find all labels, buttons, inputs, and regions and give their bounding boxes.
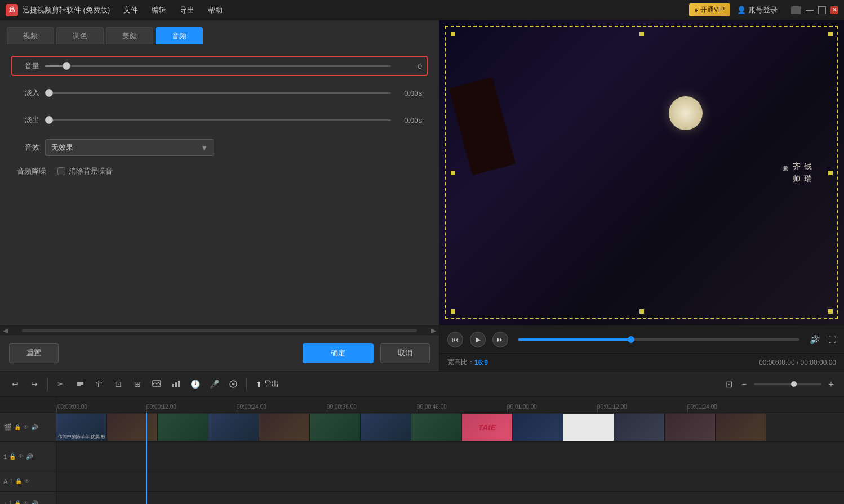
- crop-button[interactable]: ⊡: [110, 376, 127, 393]
- audio-track-vol-icon[interactable]: 🔊: [31, 500, 38, 504]
- video-thumb-12: [614, 414, 665, 441]
- audio-mix-button[interactable]: [225, 376, 242, 393]
- playback-fill: [518, 338, 631, 341]
- scrollbar-right-arrow[interactable]: ▶: [428, 327, 439, 334]
- toolbar-right: ⊡ － ＋: [722, 378, 837, 390]
- volume-icon[interactable]: 🔊: [810, 335, 819, 344]
- zoom-out-button[interactable]: －: [738, 378, 750, 390]
- time-current: 00:00:00.00: [759, 359, 794, 367]
- fit-icon[interactable]: ⛶: [828, 335, 836, 344]
- subtitle-track-eye-icon[interactable]: 👁: [18, 453, 24, 460]
- menu-help[interactable]: 帮助: [206, 4, 225, 16]
- panel-buttons: 重置 确定 取消: [0, 334, 439, 371]
- aspect-ratio-value: 16:9: [474, 359, 488, 367]
- text-track-lock-icon[interactable]: 🔒: [15, 478, 22, 484]
- confirm-button[interactable]: 确定: [303, 343, 374, 363]
- next-button[interactable]: ⏭: [492, 332, 508, 347]
- subtitle-track-lock-icon[interactable]: 🔒: [9, 453, 16, 460]
- zoom-slider[interactable]: [754, 383, 821, 385]
- login-button[interactable]: 👤 账号登录: [737, 5, 778, 15]
- copy-button[interactable]: ⊞: [129, 376, 146, 393]
- time-display: 00:00:00.00 / 00:00:00.00: [759, 359, 836, 367]
- credit-name1: 齐: [793, 162, 801, 172]
- ruler-line-0: [56, 408, 57, 412]
- volume-value: 0: [397, 62, 422, 70]
- dropdown-arrow-icon: ▼: [201, 144, 208, 152]
- effect-value: 无效果: [51, 142, 73, 153]
- effect-dropdown[interactable]: 无效果 ▼: [45, 139, 214, 156]
- vip-label: 开通VIP: [700, 5, 725, 15]
- clock-button[interactable]: 🕐: [186, 376, 203, 393]
- track-label-text: A 1 🔒 👁: [0, 471, 56, 492]
- toolbar-divider-1: [47, 378, 48, 390]
- panel-tabs: 视频 调色 美颜 音频: [0, 20, 439, 44]
- video-track-lock-icon[interactable]: 🔒: [14, 424, 21, 430]
- titlebar: 迅 迅捷视频剪辑软件 (免费版) 文件 编辑 导出 帮助 ♦ 开通VIP 👤 账…: [0, 0, 844, 20]
- video-track-eye-icon[interactable]: 👁: [23, 424, 29, 430]
- redo-button[interactable]: ↪: [26, 376, 43, 393]
- tab-beauty[interactable]: 美颜: [106, 27, 153, 44]
- video-thumb-13: [665, 414, 716, 441]
- fadein-slider[interactable]: [45, 87, 391, 99]
- zoom-fit-button[interactable]: ⊡: [722, 378, 735, 390]
- panel-content: 音量 0 淡入 0.00s: [0, 44, 439, 325]
- ruler-line-3: [327, 408, 327, 412]
- menu-file[interactable]: 文件: [121, 4, 140, 16]
- zoom-thumb[interactable]: [791, 381, 797, 387]
- vip-icon: ♦: [695, 6, 698, 14]
- ruler-corner: [0, 397, 56, 413]
- thumbnail-button[interactable]: [148, 376, 165, 393]
- video-thumb-4: [208, 414, 259, 441]
- video-track-vol-icon[interactable]: 🔊: [31, 424, 38, 430]
- minimize-button[interactable]: [806, 10, 814, 11]
- subtitle-track-vol-icon[interactable]: 🔊: [26, 453, 33, 460]
- tab-video[interactable]: 视频: [7, 27, 54, 44]
- timeline-content: 00:00:00.00 00:00:12.00 00:00:24.00 00:0…: [56, 397, 844, 504]
- zoom-in-button[interactable]: ＋: [825, 378, 837, 390]
- menu-export[interactable]: 导出: [177, 4, 197, 16]
- timeline-ruler: 00:00:00.00 00:00:12.00 00:00:24.00 00:0…: [56, 397, 844, 413]
- delete-button[interactable]: 🗑: [91, 376, 108, 393]
- menu-edit[interactable]: 编辑: [149, 4, 168, 16]
- maximize-button[interactable]: [818, 6, 826, 14]
- ruler-line-2: [237, 408, 237, 412]
- video-strip[interactable]: 传闻中的陈芊芊 优美 标清800p.mp4 TAtE: [56, 414, 844, 441]
- export-button[interactable]: ⬆ 导出: [251, 377, 283, 391]
- aspect-ratio-label: 宽高比：: [447, 358, 474, 367]
- mic-button[interactable]: 🎤: [206, 376, 223, 393]
- playback-slider[interactable]: [518, 338, 799, 341]
- scrollbar-track[interactable]: [22, 329, 417, 332]
- playhead[interactable]: [146, 413, 147, 504]
- scrollbar-left-arrow[interactable]: ◀: [0, 327, 11, 334]
- noise-checkbox-label: 消除背景噪音: [69, 166, 113, 176]
- cancel-button[interactable]: 取消: [380, 343, 430, 363]
- noise-checkbox[interactable]: 消除背景噪音: [57, 166, 113, 176]
- play-button[interactable]: ▶: [470, 332, 486, 347]
- audio-detach-button[interactable]: [72, 376, 88, 393]
- vip-button[interactable]: ♦ 开通VIP: [689, 3, 730, 16]
- chart-button[interactable]: [167, 376, 184, 393]
- undo-button[interactable]: ↩: [7, 376, 24, 393]
- ruler-label-3: 00:00:36.00: [327, 404, 357, 410]
- effect-row: 音效 无效果 ▼: [11, 139, 428, 156]
- track-label-subtitle: 1 🔒 👁 🔊: [0, 442, 56, 471]
- split-button[interactable]: ✂: [52, 376, 69, 393]
- tab-audio[interactable]: 音频: [156, 27, 203, 44]
- reset-button[interactable]: 重置: [9, 343, 59, 363]
- ruler-line-1: [146, 408, 147, 412]
- close-button[interactable]: ✕: [830, 6, 838, 14]
- audio-track-eye-icon[interactable]: 👁: [23, 500, 29, 504]
- text-track-eye-icon[interactable]: 👁: [24, 478, 30, 484]
- window-menu-button[interactable]: [791, 6, 801, 14]
- audio-track-lock-icon[interactable]: 🔒: [14, 500, 21, 504]
- prev-button[interactable]: ⏮: [447, 332, 463, 347]
- time-separator: /: [797, 359, 801, 367]
- fadeout-slider[interactable]: [45, 114, 391, 126]
- playback-thumb[interactable]: [628, 336, 634, 343]
- time-total: 00:00:00.00: [801, 359, 836, 367]
- tab-color[interactable]: 调色: [56, 27, 104, 44]
- preview-footer: 宽高比： 16:9 00:00:00.00 / 00:00:00.00: [439, 353, 844, 371]
- audio-track-num: 1: [9, 500, 12, 504]
- fadeout-row: 淡出 0.00s: [11, 110, 428, 130]
- volume-slider[interactable]: [45, 60, 391, 72]
